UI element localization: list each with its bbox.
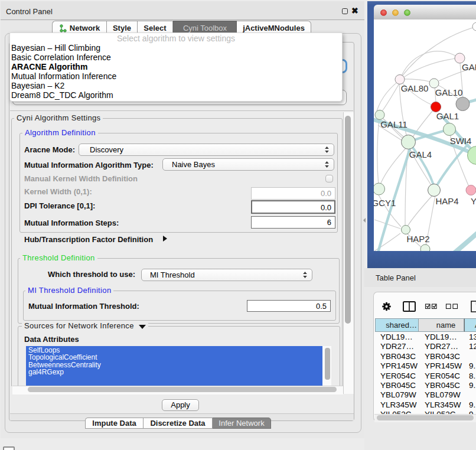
- svg-text:GAL80: GAL80: [401, 83, 429, 93]
- svg-text:GAL11: GAL11: [380, 119, 407, 129]
- svg-text:HAP4: HAP4: [435, 196, 458, 206]
- svg-text:GAL: GAL: [462, 62, 476, 72]
- svg-text:GAL10: GAL10: [435, 87, 463, 97]
- svg-text:HAP2: HAP2: [406, 234, 429, 244]
- svg-text:GCY1: GCY1: [374, 198, 396, 208]
- svg-text:GAL4: GAL4: [409, 149, 432, 159]
- svg-text:GAL1: GAL1: [436, 111, 459, 121]
- svg-text:Y: Y: [471, 196, 476, 206]
- svg-text:SWI4: SWI4: [450, 136, 472, 146]
